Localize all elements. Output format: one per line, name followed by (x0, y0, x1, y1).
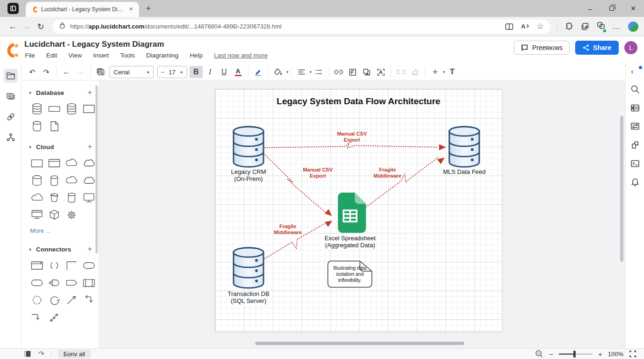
table-panel-icon[interactable] (630, 104, 640, 112)
font-family-select[interactable]: Cerial ▾ (110, 66, 154, 78)
underline-button[interactable]: U (218, 66, 231, 78)
diagram-title[interactable]: Legacy System Data Flow Architecture (215, 96, 502, 107)
menu-tools[interactable]: Tools (120, 52, 135, 59)
refresh-button[interactable]: ↻ (34, 22, 48, 32)
section-cloud[interactable]: ▾ Cloud + (29, 142, 92, 151)
font-size-decrease[interactable]: − (158, 69, 168, 76)
data-rail-button[interactable] (4, 130, 18, 144)
note-shape[interactable]: Illustrating dataisolation andinflexibil… (327, 260, 373, 288)
menu-help[interactable]: Help (190, 52, 203, 59)
canvas-vertical-scrollbar[interactable] (620, 116, 623, 262)
shapes-rail-button[interactable] (4, 89, 18, 103)
address-bar[interactable]: https://app.lucidchart.com/documents/edi… (52, 20, 550, 34)
restore-button[interactable] (601, 0, 622, 17)
minimize-button[interactable]: – (579, 0, 601, 17)
shape-database-stack[interactable] (28, 100, 45, 117)
layout-options-icon[interactable] (630, 122, 640, 130)
list-button[interactable] (312, 66, 325, 78)
more-shapes-link[interactable]: More ... (30, 227, 99, 234)
menu-edit[interactable]: Edit (46, 52, 57, 59)
user-avatar[interactable]: L (624, 41, 637, 54)
mls-data-feed-node[interactable] (448, 125, 481, 168)
extensions-icon[interactable] (565, 22, 573, 31)
browser-essentials-icon[interactable] (597, 22, 605, 32)
shape-parentheses[interactable] (45, 257, 63, 274)
page-redo-icon[interactable]: ↷ (38, 350, 44, 358)
canvas[interactable]: Legacy System Data Flow Architecture (99, 80, 625, 348)
fill-color-button[interactable] (272, 66, 285, 78)
add-shapes-icon[interactable]: + (88, 244, 92, 254)
text-tool-button[interactable]: T (446, 66, 459, 78)
favorites-star-icon[interactable]: ☆ (537, 22, 544, 31)
shape-cylinder[interactable] (28, 172, 45, 189)
shape-elbow-arrow[interactable] (80, 291, 97, 309)
forward-button[interactable]: → (20, 22, 34, 31)
shape-diagonal-arrow[interactable] (63, 291, 80, 309)
line-color-button[interactable] (252, 66, 265, 78)
browser-tab[interactable]: Lucidchart - Legacy System Diag: × (26, 2, 139, 17)
redo-button[interactable]: ↷ (40, 66, 53, 78)
shape-cylinder[interactable] (28, 117, 45, 135)
menu-diagraming[interactable]: Diagraming (146, 52, 178, 59)
shape-rectangle[interactable] (80, 100, 97, 117)
zoom-slider[interactable] (559, 353, 593, 355)
read-aloud-icon[interactable]: A (521, 23, 529, 30)
resize-to-text-button[interactable] (374, 66, 388, 78)
canvas-horizontal-scrollbar[interactable] (255, 342, 464, 345)
shape-cube[interactable] (45, 206, 63, 223)
add-shape-button[interactable]: + (429, 66, 442, 78)
shape-cloud[interactable] (80, 172, 97, 189)
add-shapes-icon[interactable]: + (88, 88, 92, 97)
tab-actions-button[interactable] (7, 3, 19, 14)
shape-arrow-tag[interactable] (63, 274, 80, 291)
pages-icon[interactable] (23, 350, 32, 358)
link-rail-button[interactable] (4, 110, 18, 124)
share-button[interactable]: Share (575, 41, 619, 55)
fill-color-caret[interactable]: ▾ (286, 70, 289, 74)
zoom-level[interactable]: 100% (608, 351, 623, 358)
find-similar-icon[interactable] (94, 66, 107, 78)
menu-file[interactable]: File (25, 52, 35, 59)
tab-close-icon[interactable]: × (127, 5, 135, 14)
close-window-button[interactable]: × (622, 0, 644, 17)
nav-forward-button[interactable]: → (74, 66, 87, 78)
documents-rail-button[interactable] (4, 69, 18, 83)
shape-stadium[interactable] (80, 257, 97, 274)
shape-blocks-icon[interactable] (630, 140, 640, 150)
bell-icon[interactable] (631, 178, 639, 187)
show-all-button[interactable]: Бonv all (58, 350, 91, 359)
text-color-button[interactable]: A (232, 66, 245, 78)
shape-document[interactable] (45, 117, 63, 135)
site-info-icon[interactable] (59, 22, 66, 31)
shape-bucket[interactable] (45, 189, 63, 206)
zoom-plus-button[interactable]: + (598, 350, 602, 358)
undo-button[interactable]: ↶ (26, 66, 39, 78)
collapse-caret-icon[interactable]: ▾ (29, 144, 31, 150)
collapse-caret-icon[interactable]: ▾ (29, 247, 31, 252)
shape-cloud[interactable] (63, 172, 80, 189)
shape-corner-line[interactable] (63, 257, 80, 274)
font-size-increase[interactable]: + (176, 69, 187, 76)
menu-last-edit-link[interactable]: Last now and more (214, 52, 268, 59)
zoom-out-icon[interactable] (535, 350, 543, 358)
legacy-crm-node[interactable] (232, 125, 265, 168)
terminal-icon[interactable] (630, 159, 640, 168)
bold-button[interactable]: B (190, 66, 203, 78)
text-align-button[interactable] (295, 66, 308, 78)
diagram-page[interactable]: Legacy System Data Flow Architecture (215, 89, 502, 332)
shape-rotate-arrow[interactable] (45, 291, 63, 309)
split-screen-icon[interactable] (505, 23, 513, 30)
shape-cylinder[interactable] (63, 189, 80, 206)
section-database[interactable]: ▾ Database + (29, 88, 92, 97)
add-shapes-icon[interactable]: + (88, 142, 92, 151)
zoom-minus-button[interactable]: − (549, 350, 553, 358)
copilot-icon[interactable] (628, 22, 638, 32)
search-icon[interactable] (630, 85, 640, 94)
back-button[interactable]: ← (6, 22, 20, 31)
eraser-button[interactable] (409, 66, 422, 78)
shape-d-node[interactable] (45, 274, 63, 291)
shape-monitor[interactable] (80, 189, 97, 206)
section-connectors[interactable]: ▾ Connectors + (29, 244, 92, 254)
collections-icon[interactable] (581, 22, 589, 31)
collapse-panel-icon[interactable]: ‹ (631, 67, 634, 76)
